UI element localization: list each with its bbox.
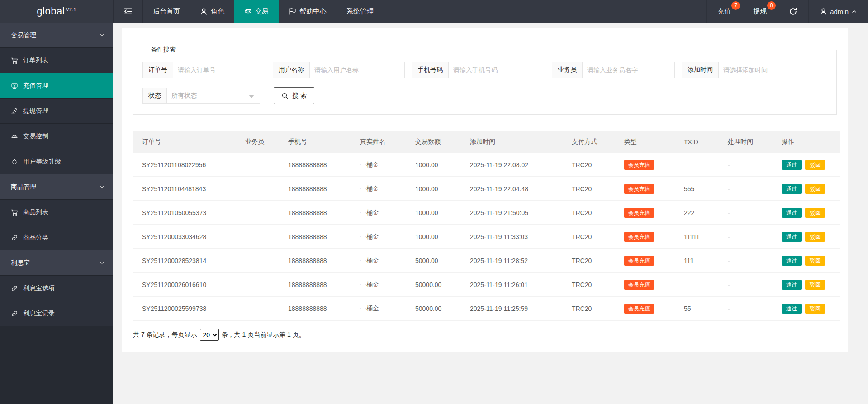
table-row: SY251120003303462818888888888一桶金1000.002… — [133, 225, 840, 249]
reject-button[interactable]: 驳回 — [805, 304, 825, 314]
flag-icon — [289, 8, 296, 15]
approve-button[interactable]: 通过 — [782, 184, 802, 194]
search-legend: 条件搜索 — [146, 46, 180, 54]
nav-item-trade[interactable]: 交易 — [234, 0, 279, 23]
cell-amount: 50000.00 — [411, 296, 465, 320]
cell-real-name: 一桶金 — [356, 272, 411, 296]
approve-button[interactable]: 通过 — [782, 208, 802, 218]
col-pay-method: 支付方式 — [567, 131, 620, 153]
page-size-select[interactable]: 20 — [200, 329, 219, 341]
salesman-field-group: 业务员 — [552, 62, 675, 78]
menu-collapse-button[interactable] — [113, 0, 143, 23]
approve-button[interactable]: 通过 — [782, 160, 802, 170]
sidebar-item-goods-list[interactable]: 商品列表 — [0, 200, 113, 225]
reject-button[interactable]: 驳回 — [805, 184, 825, 194]
status-select[interactable]: 所有状态 — [167, 88, 260, 104]
withdraw-badge: 0 — [767, 1, 776, 10]
cell-phone: 18888888888 — [284, 249, 356, 272]
flame-icon — [11, 158, 18, 165]
search-action-row: 状态 所有状态 搜 索 — [142, 87, 827, 104]
table-row: SY251120002559973818888888888一桶金50000.00… — [133, 296, 840, 320]
cell-processed-at: - — [723, 153, 777, 177]
status-filter-group: 状态 所有状态 — [142, 88, 260, 104]
chevron-down-icon — [99, 260, 105, 266]
gavel-icon — [11, 108, 18, 115]
sidebar-item-order-list[interactable]: 订单列表 — [0, 48, 113, 73]
recharge-nav-button[interactable]: 充值 7 — [706, 0, 742, 23]
nav-item-label: 角色 — [211, 7, 224, 16]
reject-button[interactable]: 驳回 — [805, 160, 825, 170]
cell-type: 会员充值 — [620, 153, 679, 177]
sidebar-item-label: 利息宝记录 — [23, 310, 55, 318]
nav-item-system[interactable]: 系统管理 — [337, 0, 384, 23]
user-name-input[interactable] — [310, 62, 405, 78]
order-no-input[interactable] — [173, 62, 266, 78]
cell-pay-method: TRC20 — [567, 201, 620, 225]
cell-phone: 18888888888 — [284, 272, 356, 296]
table-row: SY251120110448184318888888888一桶金1000.002… — [133, 177, 840, 201]
nav-item-help-center[interactable]: 帮助中心 — [279, 0, 337, 23]
sidebar-group-trade-management[interactable]: 交易管理 — [0, 23, 113, 48]
search-button-label: 搜 索 — [292, 92, 307, 100]
col-order-no: 订单号 — [133, 131, 241, 153]
search-button[interactable]: 搜 索 — [274, 87, 314, 104]
cell-order-no: SY2511200026016610 — [133, 272, 241, 296]
logo-version: V2.1 — [66, 7, 76, 12]
approve-button[interactable]: 通过 — [782, 280, 802, 290]
cell-added-at: 2025-11-19 22:04:48 — [465, 177, 567, 201]
withdraw-label: 提现 — [753, 7, 767, 16]
add-time-field-group: 添加时间 — [682, 62, 810, 78]
reject-button[interactable]: 驳回 — [805, 208, 825, 218]
cell-actions: 通过驳回 — [777, 296, 840, 320]
cell-actions: 通过驳回 — [777, 272, 840, 296]
field-label: 订单号 — [142, 62, 173, 78]
type-badge: 会员充值 — [624, 232, 654, 242]
reject-button[interactable]: 驳回 — [805, 256, 825, 266]
phone-input[interactable] — [449, 62, 545, 78]
nav-item-home[interactable]: 后台首页 — [143, 0, 190, 23]
add-time-input[interactable] — [719, 62, 810, 78]
gauge-icon — [11, 133, 18, 140]
nav-item-role[interactable]: 角色 — [190, 0, 234, 23]
sidebar-item-label: 提现管理 — [23, 107, 48, 115]
sidebar-group-goods-management[interactable]: 商品管理 — [0, 174, 113, 200]
sidebar-item-label: 订单列表 — [23, 56, 48, 65]
cell-amount: 1000.00 — [411, 177, 465, 201]
sidebar-item-label: 利息宝选项 — [23, 284, 55, 292]
approve-button[interactable]: 通过 — [782, 304, 802, 314]
search-icon — [281, 92, 289, 99]
cell-txid: 111 — [679, 249, 723, 272]
col-phone: 手机号 — [284, 131, 356, 153]
cell-phone: 18888888888 — [284, 225, 356, 249]
sidebar-item-recharge-management[interactable]: 充值管理 — [0, 73, 113, 99]
refresh-icon — [789, 7, 797, 16]
nav-item-label: 后台首页 — [153, 7, 180, 16]
approve-button[interactable]: 通过 — [782, 256, 802, 266]
user-menu[interactable]: admin — [808, 0, 868, 23]
sidebar-item-interest-records[interactable]: 利息宝记录 — [0, 301, 113, 326]
cell-order-no: SY2511200025599738 — [133, 296, 241, 320]
order-no-field-group: 订单号 — [142, 62, 266, 78]
table-row: SY251120002601661018888888888一桶金50000.00… — [133, 272, 840, 296]
type-badge: 会员充值 — [624, 280, 654, 290]
refresh-button[interactable] — [778, 0, 808, 23]
sidebar-item-withdraw-management[interactable]: 提现管理 — [0, 99, 113, 124]
sidebar-group-interest-treasure[interactable]: 利息宝 — [0, 250, 113, 276]
sidebar-item-goods-category[interactable]: 商品分类 — [0, 225, 113, 250]
salesman-input[interactable] — [583, 62, 675, 78]
approve-button[interactable]: 通过 — [782, 232, 802, 242]
cell-order-no: SY2511200028523814 — [133, 249, 241, 272]
reject-button[interactable]: 驳回 — [805, 280, 825, 290]
sidebar-item-label: 商品分类 — [23, 234, 48, 242]
cell-phone: 18888888888 — [284, 177, 356, 201]
cell-actions: 通过驳回 — [777, 201, 840, 225]
phone-field-group: 手机号码 — [412, 62, 545, 78]
reject-button[interactable]: 驳回 — [805, 232, 825, 242]
sidebar-item-user-level-upgrade[interactable]: 用户等级升级 — [0, 149, 113, 174]
sidebar-item-label: 商品列表 — [23, 208, 48, 216]
cell-salesman — [241, 201, 284, 225]
sidebar-item-trade-control[interactable]: 交易控制 — [0, 124, 113, 149]
cell-processed-at: - — [723, 177, 777, 201]
withdraw-nav-button[interactable]: 提现 0 — [742, 0, 778, 23]
sidebar-item-interest-options[interactable]: 利息宝选项 — [0, 276, 113, 301]
